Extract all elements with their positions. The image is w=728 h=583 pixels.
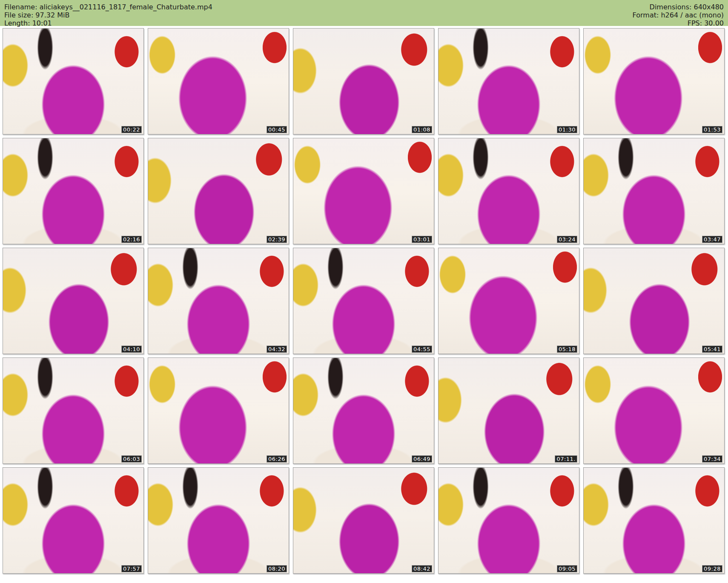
video-thumbnail: 09:28 [583,467,725,574]
timestamp-badge: 00:22 [121,126,142,133]
thumbnail-image [584,358,724,463]
timestamp-badge: 03:47 [702,236,722,243]
video-thumbnail: 04:32 [148,248,289,354]
thumbnail-image [148,29,289,134]
video-thumbnail: 03:24 [438,138,579,244]
timestamp-badge: 06:49 [412,455,432,463]
timestamp-badge: 05:41 [702,346,722,353]
thumbnail-image [584,248,724,354]
timestamp-badge: 01:30 [557,126,577,133]
thumbnail-image [293,248,434,354]
video-thumbnail: 03:01 [293,138,434,244]
video-thumbnail: 06:26 [148,357,289,464]
thumbnail-image [293,138,434,244]
video-thumbnail: 01:53 [583,28,725,134]
timestamp-badge: 06:26 [267,455,287,463]
thumbnail-grid: 00:22 00:45 01:08 01:30 01:53 02:16 02:3… [3,28,725,574]
length-line: Length: 10:01 [4,19,212,27]
timestamp-badge: 04:55 [412,346,432,353]
timestamp-badge: 09:28 [702,565,722,572]
thumbnail-image [3,358,143,463]
filename-line: Filename: aliciakeys__021116_1817_female… [4,3,212,11]
timestamp-badge: 04:10 [121,346,142,353]
video-thumbnail: 02:16 [3,138,144,244]
thumbnail-image [584,138,724,244]
video-thumbnail: 06:03 [3,357,144,464]
timestamp-badge: 05:18 [557,346,577,353]
timestamp-badge: 09:05 [557,565,577,572]
video-thumbnail: 01:30 [438,28,579,134]
filesize-line: File size: 97.32 MiB [4,11,212,19]
video-thumbnail: 04:55 [293,248,434,354]
thumbnail-image [584,29,724,134]
thumbnail-image [439,138,579,244]
timestamp-badge: 00:45 [267,126,287,133]
thumbnail-image [3,468,143,573]
thumbnail-image [439,29,579,134]
timestamp-badge: 02:16 [121,236,142,243]
thumbnail-image [148,138,289,244]
video-thumbnail: 07:11. [438,357,579,464]
thumbnail-image [439,248,579,354]
video-thumbnail: 07:34 [583,357,725,464]
video-thumbnail: 08:20 [148,467,289,574]
timestamp-badge: 08:20 [267,565,287,572]
video-thumbnail: 00:45 [148,28,289,134]
video-thumbnail: 05:18 [438,248,579,354]
dimensions-line: Dimensions: 640x480 [633,3,724,11]
thumbnail-image [293,358,434,463]
video-thumbnail: 06:49 [293,357,434,464]
format-line: Format: h264 / aac (mono) [633,11,724,19]
thumbnail-image [148,358,289,463]
thumbnail-image [3,138,143,244]
timestamp-badge: 03:24 [557,236,577,243]
thumbnail-image [439,358,579,463]
thumbnail-image [293,468,434,573]
video-thumbnail: 05:41 [583,248,725,354]
timestamp-badge: 08:42 [412,565,432,572]
thumbnail-image [3,248,143,354]
fps-line: FPS: 30.00 [633,19,724,27]
timestamp-badge: 03:01 [412,236,432,243]
thumbnail-image [148,468,289,573]
video-thumbnail: 00:22 [3,28,144,134]
video-thumbnail: 04:10 [3,248,144,354]
metadata-left-column: Filename: aliciakeys__021116_1817_female… [4,3,212,26]
timestamp-badge: 01:53 [702,126,722,133]
video-thumbnail: 01:08 [293,28,434,134]
metadata-right-column: Dimensions: 640x480 Format: h264 / aac (… [633,3,724,26]
thumbnail-image [293,29,434,134]
thumbnail-image [3,29,143,134]
timestamp-badge: 07:34 [702,455,722,463]
timestamp-badge: 07:11. [555,455,577,463]
video-thumbnail: 03:47 [583,138,725,244]
timestamp-badge: 01:08 [412,126,432,133]
video-thumbnail: 08:42 [293,467,434,574]
thumbnail-image [584,468,724,573]
timestamp-badge: 06:03 [121,455,142,463]
timestamp-badge: 04:32 [267,346,287,353]
thumbnail-image [439,468,579,573]
video-thumbnail: 09:05 [438,467,579,574]
metadata-header: Filename: aliciakeys__021116_1817_female… [0,0,728,26]
video-thumbnail: 02:39 [148,138,289,244]
video-thumbnail: 07:57 [3,467,144,574]
timestamp-badge: 07:57 [121,565,142,572]
timestamp-badge: 02:39 [267,236,287,243]
thumbnail-image [148,248,289,354]
